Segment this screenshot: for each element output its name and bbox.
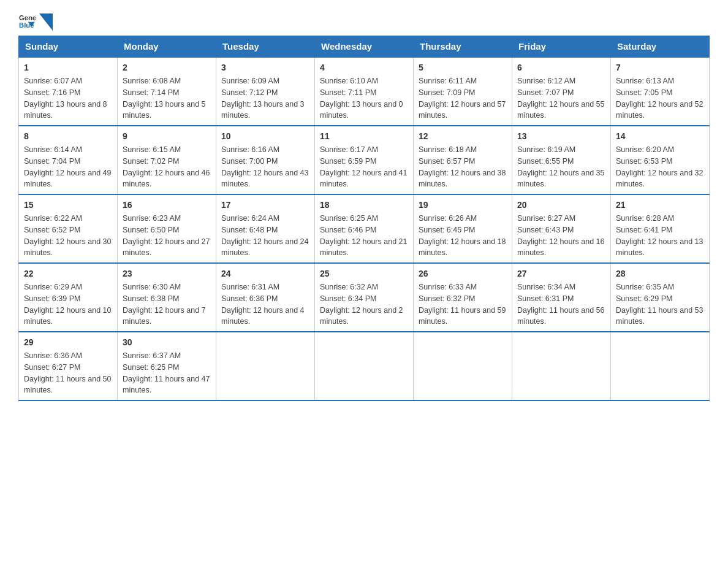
logo-triangle-icon xyxy=(39,13,53,31)
calendar-day-cell xyxy=(414,332,512,400)
day-info: Sunrise: 6:30 AMSunset: 6:38 PMDaylight:… xyxy=(123,283,206,326)
calendar-day-header: Sunday xyxy=(19,36,118,58)
calendar-day-cell: 24 Sunrise: 6:31 AMSunset: 6:36 PMDaylig… xyxy=(216,263,315,332)
day-info: Sunrise: 6:27 AMSunset: 6:43 PMDaylight:… xyxy=(517,214,604,257)
calendar-day-cell: 10 Sunrise: 6:16 AMSunset: 7:00 PMDaylig… xyxy=(216,126,315,194)
calendar-day-cell: 7 Sunrise: 6:13 AMSunset: 7:05 PMDayligh… xyxy=(611,57,710,126)
day-number: 29 xyxy=(24,336,112,349)
day-number: 26 xyxy=(419,267,507,280)
calendar-week-row: 29 Sunrise: 6:36 AMSunset: 6:27 PMDaylig… xyxy=(19,332,710,400)
day-info: Sunrise: 6:29 AMSunset: 6:39 PMDaylight:… xyxy=(24,283,111,326)
svg-text:General: General xyxy=(19,14,36,21)
day-info: Sunrise: 6:22 AMSunset: 6:52 PMDaylight:… xyxy=(24,214,111,257)
day-number: 3 xyxy=(221,61,309,74)
day-info: Sunrise: 6:24 AMSunset: 6:48 PMDaylight:… xyxy=(221,214,308,257)
day-number: 23 xyxy=(123,267,211,280)
calendar-day-cell: 25 Sunrise: 6:32 AMSunset: 6:34 PMDaylig… xyxy=(315,263,414,332)
day-info: Sunrise: 6:11 AMSunset: 7:09 PMDaylight:… xyxy=(419,77,506,120)
day-info: Sunrise: 6:33 AMSunset: 6:32 PMDaylight:… xyxy=(419,283,506,326)
day-info: Sunrise: 6:18 AMSunset: 6:57 PMDaylight:… xyxy=(419,145,506,188)
day-number: 15 xyxy=(24,199,112,212)
day-number: 17 xyxy=(221,199,309,212)
calendar-day-header: Monday xyxy=(118,36,216,58)
day-info: Sunrise: 6:26 AMSunset: 6:45 PMDaylight:… xyxy=(419,214,506,257)
day-number: 16 xyxy=(123,199,211,212)
day-number: 19 xyxy=(419,199,507,212)
calendar-day-header: Tuesday xyxy=(216,36,315,58)
calendar-week-row: 15 Sunrise: 6:22 AMSunset: 6:52 PMDaylig… xyxy=(19,194,710,263)
day-number: 11 xyxy=(320,130,408,143)
page-header: General Blue xyxy=(18,12,710,29)
calendar-day-cell xyxy=(611,332,710,400)
calendar-day-cell: 2 Sunrise: 6:08 AMSunset: 7:14 PMDayligh… xyxy=(118,57,216,126)
calendar-day-cell: 23 Sunrise: 6:30 AMSunset: 6:38 PMDaylig… xyxy=(118,263,216,332)
day-info: Sunrise: 6:20 AMSunset: 6:53 PMDaylight:… xyxy=(616,145,703,188)
calendar-week-row: 8 Sunrise: 6:14 AMSunset: 7:04 PMDayligh… xyxy=(19,126,710,194)
calendar-day-header: Thursday xyxy=(414,36,512,58)
day-info: Sunrise: 6:14 AMSunset: 7:04 PMDaylight:… xyxy=(24,145,111,188)
day-number: 18 xyxy=(320,199,408,212)
calendar-week-row: 1 Sunrise: 6:07 AMSunset: 7:16 PMDayligh… xyxy=(19,57,710,126)
calendar-day-cell: 29 Sunrise: 6:36 AMSunset: 6:27 PMDaylig… xyxy=(19,332,118,400)
day-info: Sunrise: 6:15 AMSunset: 7:02 PMDaylight:… xyxy=(123,145,210,188)
day-number: 10 xyxy=(221,130,309,143)
day-info: Sunrise: 6:37 AMSunset: 6:25 PMDaylight:… xyxy=(123,351,210,394)
calendar-day-cell: 9 Sunrise: 6:15 AMSunset: 7:02 PMDayligh… xyxy=(118,126,216,194)
day-number: 13 xyxy=(517,130,605,143)
calendar-day-cell: 16 Sunrise: 6:23 AMSunset: 6:50 PMDaylig… xyxy=(118,194,216,263)
calendar-day-cell xyxy=(315,332,414,400)
calendar-day-cell: 3 Sunrise: 6:09 AMSunset: 7:12 PMDayligh… xyxy=(216,57,315,126)
day-info: Sunrise: 6:32 AMSunset: 6:34 PMDaylight:… xyxy=(320,283,403,326)
day-number: 2 xyxy=(123,61,211,74)
day-info: Sunrise: 6:12 AMSunset: 7:07 PMDaylight:… xyxy=(517,77,604,120)
day-number: 14 xyxy=(616,130,704,143)
calendar-day-cell: 28 Sunrise: 6:35 AMSunset: 6:29 PMDaylig… xyxy=(611,263,710,332)
day-info: Sunrise: 6:17 AMSunset: 6:59 PMDaylight:… xyxy=(320,145,407,188)
day-info: Sunrise: 6:09 AMSunset: 7:12 PMDaylight:… xyxy=(221,77,305,120)
day-number: 5 xyxy=(419,61,507,74)
svg-text:Blue: Blue xyxy=(19,21,34,29)
calendar-day-cell: 26 Sunrise: 6:33 AMSunset: 6:32 PMDaylig… xyxy=(414,263,512,332)
day-number: 9 xyxy=(123,130,211,143)
calendar-day-header: Friday xyxy=(512,36,611,58)
day-number: 8 xyxy=(24,130,112,143)
day-info: Sunrise: 6:35 AMSunset: 6:29 PMDaylight:… xyxy=(616,283,703,326)
calendar-day-cell: 4 Sunrise: 6:10 AMSunset: 7:11 PMDayligh… xyxy=(315,57,414,126)
day-number: 24 xyxy=(221,267,309,280)
day-number: 7 xyxy=(616,61,704,74)
calendar-day-header: Saturday xyxy=(611,36,710,58)
calendar-day-cell: 22 Sunrise: 6:29 AMSunset: 6:39 PMDaylig… xyxy=(19,263,118,332)
calendar-day-cell: 19 Sunrise: 6:26 AMSunset: 6:45 PMDaylig… xyxy=(414,194,512,263)
day-number: 22 xyxy=(24,267,112,280)
calendar-day-cell: 21 Sunrise: 6:28 AMSunset: 6:41 PMDaylig… xyxy=(611,194,710,263)
day-number: 28 xyxy=(616,267,704,280)
logo-icon: General Blue xyxy=(18,12,36,29)
day-info: Sunrise: 6:23 AMSunset: 6:50 PMDaylight:… xyxy=(123,214,210,257)
day-info: Sunrise: 6:07 AMSunset: 7:16 PMDaylight:… xyxy=(24,77,107,120)
calendar-day-cell xyxy=(512,332,611,400)
calendar-day-cell: 14 Sunrise: 6:20 AMSunset: 6:53 PMDaylig… xyxy=(611,126,710,194)
day-info: Sunrise: 6:31 AMSunset: 6:36 PMDaylight:… xyxy=(221,283,305,326)
calendar-day-cell: 6 Sunrise: 6:12 AMSunset: 7:07 PMDayligh… xyxy=(512,57,611,126)
calendar-header-row: SundayMondayTuesdayWednesdayThursdayFrid… xyxy=(19,36,710,58)
day-info: Sunrise: 6:25 AMSunset: 6:46 PMDaylight:… xyxy=(320,214,407,257)
calendar-day-cell: 30 Sunrise: 6:37 AMSunset: 6:25 PMDaylig… xyxy=(118,332,216,400)
calendar-day-cell: 5 Sunrise: 6:11 AMSunset: 7:09 PMDayligh… xyxy=(414,57,512,126)
calendar-day-cell: 12 Sunrise: 6:18 AMSunset: 6:57 PMDaylig… xyxy=(414,126,512,194)
day-info: Sunrise: 6:36 AMSunset: 6:27 PMDaylight:… xyxy=(24,351,111,394)
day-info: Sunrise: 6:10 AMSunset: 7:11 PMDaylight:… xyxy=(320,77,403,120)
day-number: 21 xyxy=(616,199,704,212)
calendar-week-row: 22 Sunrise: 6:29 AMSunset: 6:39 PMDaylig… xyxy=(19,263,710,332)
calendar-day-cell: 8 Sunrise: 6:14 AMSunset: 7:04 PMDayligh… xyxy=(19,126,118,194)
day-number: 12 xyxy=(419,130,507,143)
day-info: Sunrise: 6:16 AMSunset: 7:00 PMDaylight:… xyxy=(221,145,308,188)
day-number: 1 xyxy=(24,61,112,74)
svg-marker-3 xyxy=(39,13,53,31)
calendar-day-cell: 18 Sunrise: 6:25 AMSunset: 6:46 PMDaylig… xyxy=(315,194,414,263)
day-number: 4 xyxy=(320,61,408,74)
day-info: Sunrise: 6:34 AMSunset: 6:31 PMDaylight:… xyxy=(517,283,604,326)
day-number: 27 xyxy=(517,267,605,280)
calendar-day-cell: 17 Sunrise: 6:24 AMSunset: 6:48 PMDaylig… xyxy=(216,194,315,263)
calendar-day-cell: 15 Sunrise: 6:22 AMSunset: 6:52 PMDaylig… xyxy=(19,194,118,263)
calendar-day-cell: 1 Sunrise: 6:07 AMSunset: 7:16 PMDayligh… xyxy=(19,57,118,126)
